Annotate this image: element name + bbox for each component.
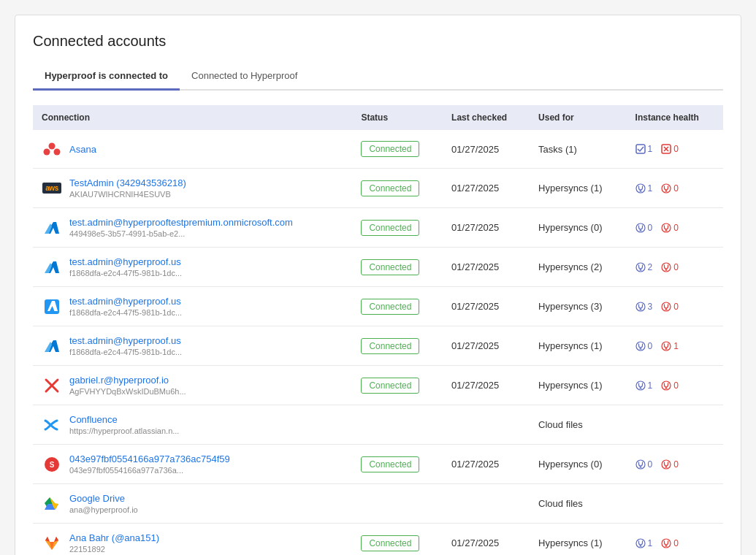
health-ok-count: 1 xyxy=(648,183,653,194)
health-err-count: 0 xyxy=(673,223,679,233)
connection-cell: test.admin@hyperproof.us f1868dfa-e2c4-4… xyxy=(33,248,352,287)
connection-name[interactable]: gabriel.r@hyperproof.io xyxy=(69,375,186,386)
plug-err-icon xyxy=(661,341,671,351)
connection-sub: AKIAU7WIHCRNIH4ESUVB xyxy=(69,190,186,199)
connection-name[interactable]: Ana Bahr (@ana151) xyxy=(69,532,159,543)
plug-err-icon xyxy=(661,380,671,391)
health-ok-item: 1 xyxy=(635,144,653,154)
status-cell: Connected xyxy=(352,169,443,208)
health-ok-item: 3 xyxy=(635,302,653,312)
health-err-item: 0 xyxy=(661,459,679,470)
gdrive-icon xyxy=(43,495,61,513)
gitlab-icon xyxy=(43,535,61,552)
instance-health-cell: 0 0 xyxy=(627,208,723,248)
connection-sub: 449498e5-3b57-4991-b5ab-e2... xyxy=(69,229,293,238)
table-row: Confluence https://hyperproof.atlassian.… xyxy=(33,405,723,445)
status-cell: Connected xyxy=(352,130,443,169)
used-for-cell: Cloud files xyxy=(530,405,626,445)
health-ok-count: 1 xyxy=(648,538,653,548)
health-indicators: 1 0 xyxy=(635,380,714,391)
connection-sub: ana@hyperproof.io xyxy=(69,505,138,514)
health-err-count: 0 xyxy=(673,380,679,391)
connection-cell: Asana xyxy=(33,130,352,169)
connection-sub: f1868dfa-e2c4-47f5-981b-1dc... xyxy=(69,308,182,317)
status-cell: Connected xyxy=(352,524,443,556)
health-err-item: 0 xyxy=(661,223,679,233)
service-icon xyxy=(42,296,62,317)
health-err-item: 1 xyxy=(661,341,679,351)
col-header-connection: Connection xyxy=(33,105,352,130)
health-indicators: 0 0 xyxy=(635,459,714,470)
check-ok-icon xyxy=(635,144,646,154)
tab-hyperproof-connected-to[interactable]: Hyperproof is connected to xyxy=(33,64,180,91)
health-err-count: 0 xyxy=(673,459,679,470)
service-icon xyxy=(42,218,62,238)
svg-point-1 xyxy=(44,149,50,156)
health-err-count: 0 xyxy=(673,538,679,548)
instance-health-cell: 0 1 xyxy=(627,326,723,366)
connection-info: Confluence https://hyperproof.atlassian.… xyxy=(69,414,179,435)
connection-name[interactable]: test.admin@hyperproof.us xyxy=(69,296,182,307)
connection-name[interactable]: test.admin@hyperproof.us xyxy=(69,256,182,267)
health-ok-item: 1 xyxy=(635,380,653,391)
last-checked-cell: 01/27/2025 xyxy=(443,524,530,556)
status-badge: Connected xyxy=(361,299,419,315)
connection-name[interactable]: 043e97fbf0554166a977a736ac754f59 xyxy=(69,453,230,464)
connection-name[interactable]: Google Drive xyxy=(69,493,138,504)
table-row: test.admin@hyperproof.us f1868dfa-e2c4-4… xyxy=(33,287,723,326)
service-icon xyxy=(42,415,62,435)
connection-name[interactable]: test.admin@hyperprooftestpremium.onmicro… xyxy=(69,217,293,228)
status-badge: Connected xyxy=(361,220,419,236)
status-cell xyxy=(352,405,443,445)
health-ok-item: 1 xyxy=(635,538,653,548)
plug-err-icon xyxy=(661,459,671,470)
connection-info: test.admin@hyperproof.us f1868dfa-e2c4-4… xyxy=(69,256,182,278)
health-ok-count: 1 xyxy=(648,144,653,154)
last-checked-cell xyxy=(443,484,530,524)
last-checked-cell: 01/27/2025 xyxy=(443,445,530,484)
table-row: S 043e97fbf0554166a977a736ac754f59 043e9… xyxy=(33,445,723,484)
connection-info: TestAdmin (342943536218) AKIAU7WIHCRNIH4… xyxy=(69,177,186,199)
connection-name[interactable]: test.admin@hyperproof.us xyxy=(69,335,182,346)
used-for-cell: Cloud files xyxy=(530,484,626,524)
last-checked-cell: 01/27/2025 xyxy=(443,326,530,366)
svg-text:S: S xyxy=(50,461,55,469)
health-err-count: 0 xyxy=(673,183,679,194)
health-err-count: 0 xyxy=(673,262,679,272)
service-icon xyxy=(42,257,62,278)
health-indicators: 0 0 xyxy=(635,223,714,233)
page-title: Connected accounts xyxy=(33,33,723,50)
health-ok-item: 0 xyxy=(635,459,653,470)
svg-point-2 xyxy=(54,149,61,156)
plug-ok-icon xyxy=(635,262,646,272)
instance-health-cell: 0 0 xyxy=(627,445,723,484)
plug-err-icon xyxy=(661,538,671,548)
status-cell: Connected xyxy=(352,248,443,287)
health-ok-item: 1 xyxy=(635,183,653,194)
plug-ok-icon xyxy=(635,538,646,548)
health-err-count: 1 xyxy=(673,341,679,351)
plug-ok-icon xyxy=(635,341,646,351)
service-icon xyxy=(42,336,62,356)
last-checked-cell: 01/27/2025 xyxy=(443,366,530,405)
last-checked-cell: 01/27/2025 xyxy=(443,248,530,287)
col-header-instance-health: Instance health xyxy=(627,105,723,130)
table-row: Google Drive ana@hyperproof.io Cloud fil… xyxy=(33,484,723,524)
service-icon xyxy=(42,533,62,554)
used-for-cell: Hypersyncs (1) xyxy=(530,169,626,208)
instance-health-cell: 3 0 xyxy=(627,287,723,326)
col-header-last-checked: Last checked xyxy=(443,105,530,130)
connection-name[interactable]: Asana xyxy=(69,144,96,155)
connection-name[interactable]: Confluence xyxy=(69,414,179,425)
table-row: test.admin@hyperprooftestpremium.onmicro… xyxy=(33,208,723,248)
jira-x-icon xyxy=(43,377,61,394)
table-header-row: Connection Status Last checked Used for … xyxy=(33,105,723,130)
col-header-status: Status xyxy=(352,105,443,130)
used-for-cell: Hypersyncs (2) xyxy=(530,248,626,287)
plug-ok-icon xyxy=(635,183,646,194)
instance-health-cell: 1 0 xyxy=(627,524,723,556)
tab-connected-to-hyperproof[interactable]: Connected to Hyperproof xyxy=(180,64,309,91)
health-indicators: 0 1 xyxy=(635,341,714,351)
connection-name[interactable]: TestAdmin (342943536218) xyxy=(69,177,186,188)
health-indicators: 2 0 xyxy=(635,262,714,272)
